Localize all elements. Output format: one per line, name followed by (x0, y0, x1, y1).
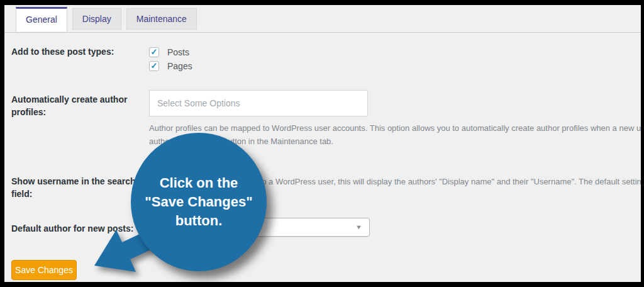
screenshot-frame: General Display Maintenance Add to these… (0, 0, 644, 287)
save-changes-button[interactable]: Save Changes (11, 260, 77, 280)
annotation-bubble: Click on the "Save Changes" button. (131, 133, 267, 271)
field-label-default-author: Default author for new posts: (11, 222, 133, 235)
pages-checkbox-label: Pages (167, 61, 192, 71)
annotation-text-line3: button. (175, 211, 223, 230)
annotation-text-line1: Click on the (160, 174, 238, 193)
settings-page: General Display Maintenance Add to these… (4, 5, 641, 282)
check-icon: ✓ (151, 62, 158, 70)
pages-checkbox[interactable]: ✓ (149, 61, 159, 71)
check-icon: ✓ (151, 48, 158, 56)
checkbox-row-posts: ✓ Posts (149, 47, 192, 57)
tab-maintenance[interactable]: Maintenance (126, 8, 197, 30)
field-label-post-types: Add to these post types: (11, 45, 147, 58)
posts-checkbox-label: Posts (167, 47, 189, 57)
posts-checkbox[interactable]: ✓ (149, 47, 159, 57)
tab-divider (4, 32, 641, 33)
tab-general[interactable]: General (16, 7, 67, 31)
tab-bar: General Display Maintenance (16, 7, 197, 31)
chevron-down-icon: ▼ (355, 224, 363, 230)
tab-display[interactable]: Display (72, 8, 121, 30)
author-profiles-input[interactable] (149, 90, 368, 116)
post-type-checkbox-group: ✓ Posts ✓ Pages (149, 47, 192, 71)
field-label-author-profiles: Automatically create author profiles: (11, 93, 147, 118)
checkbox-row-pages: ✓ Pages (149, 60, 192, 71)
field-label-show-username: Show username in the search field: (11, 175, 147, 200)
annotation-text-line2: "Save Changes" (145, 193, 252, 211)
author-profiles-description-line1: Author profiles can be mapped to WordPre… (149, 123, 641, 133)
